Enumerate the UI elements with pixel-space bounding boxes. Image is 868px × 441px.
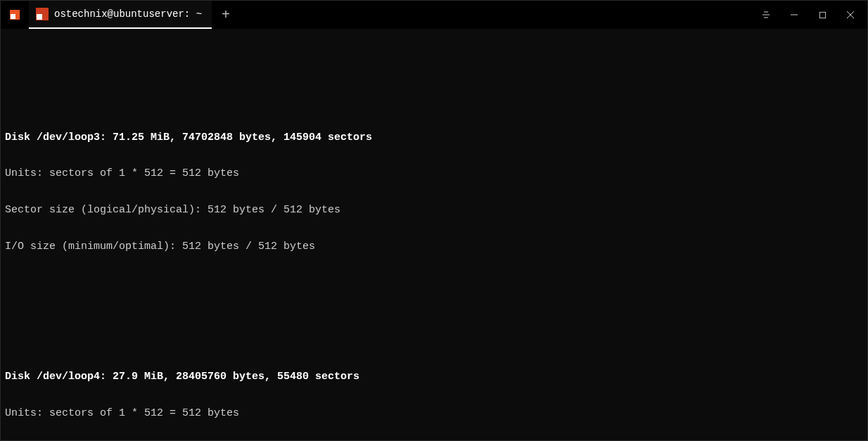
terminal-tab-icon xyxy=(36,8,49,20)
disk-units: Units: sectors of 1 * 512 = 512 bytes xyxy=(5,407,863,419)
terminal-viewport[interactable]: Disk /dev/loop3: 71.25 MiB, 74702848 byt… xyxy=(1,29,867,440)
plus-icon: + xyxy=(222,7,230,23)
disk-head: Disk /dev/loop3: 71.25 MiB, 74702848 byt… xyxy=(5,132,863,143)
titlebar: ostechnix@ubuntuserver: ~ + xyxy=(1,1,867,29)
minimize-button[interactable] xyxy=(780,1,808,29)
titlebar-drag-area[interactable] xyxy=(240,1,752,29)
app-icon[interactable] xyxy=(1,1,29,29)
disk-head: Disk /dev/loop4: 27.9 MiB, 28405760 byte… xyxy=(5,371,863,383)
close-button[interactable] xyxy=(836,1,864,29)
terminal-window: ostechnix@ubuntuserver: ~ + xyxy=(0,0,868,441)
new-tab-button[interactable]: + xyxy=(212,1,240,29)
disk-units: Units: sectors of 1 * 512 = 512 bytes xyxy=(5,167,863,179)
disk-iosize: I/O size (minimum/optimal): 512 bytes / … xyxy=(5,241,863,253)
svg-rect-0 xyxy=(819,12,825,18)
tab-title: ostechnix@ubuntuserver: ~ xyxy=(54,8,202,20)
dropdown-button[interactable] xyxy=(752,1,780,29)
disk-block-loop3: Disk /dev/loop3: 71.25 MiB, 74702848 byt… xyxy=(5,107,863,277)
maximize-button[interactable] xyxy=(808,1,836,29)
disk-secsize: Sector size (logical/physical): 512 byte… xyxy=(5,204,863,216)
terminal-tab-active[interactable]: ostechnix@ubuntuserver: ~ xyxy=(29,1,212,29)
window-controls xyxy=(752,1,867,29)
disk-block-loop4: Disk /dev/loop4: 27.9 MiB, 28405760 byte… xyxy=(5,347,863,441)
